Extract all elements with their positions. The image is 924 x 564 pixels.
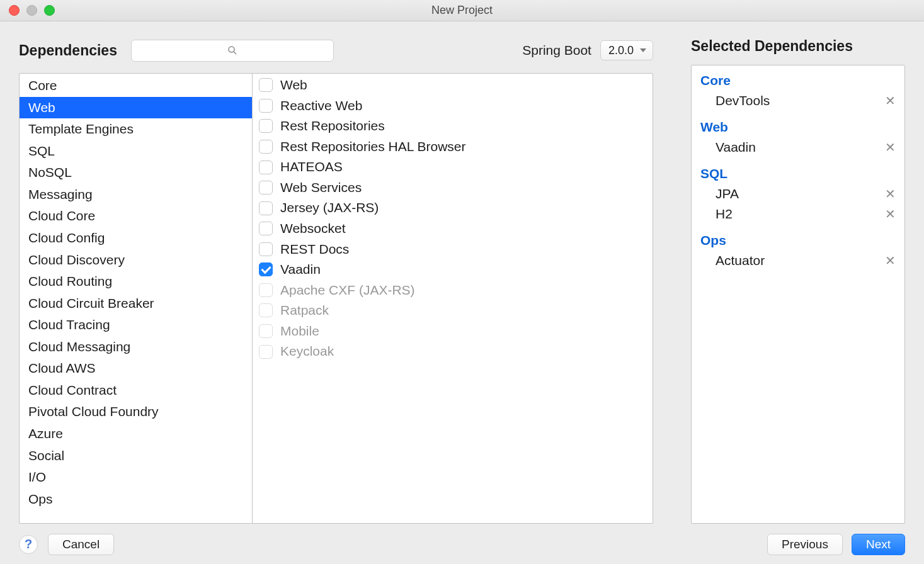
checkbox[interactable] <box>259 201 273 215</box>
category-item[interactable]: Cloud Circuit Breaker <box>20 293 252 315</box>
checkbox[interactable] <box>259 78 273 92</box>
option-item[interactable]: Reactive Web <box>253 96 653 116</box>
option-label: Mobile <box>280 324 319 339</box>
option-item[interactable]: Rest Repositories <box>253 116 653 137</box>
selected-group-header: Core <box>699 70 898 91</box>
category-item[interactable]: Cloud Core <box>20 205 252 227</box>
option-list[interactable]: WebReactive WebRest RepositoriesRest Rep… <box>253 74 653 523</box>
option-item: Ratpack <box>253 300 653 321</box>
category-list[interactable]: CoreWebTemplate EnginesSQLNoSQLMessaging… <box>20 74 253 523</box>
category-item[interactable]: Template Engines <box>20 118 252 140</box>
option-label: Jersey (JAX-RS) <box>280 200 379 216</box>
search-field[interactable] <box>131 40 334 62</box>
selected-item-label: JPA <box>716 186 739 201</box>
category-item[interactable]: Pivotal Cloud Foundry <box>20 401 252 423</box>
selected-item: H2✕ <box>699 204 898 224</box>
option-item[interactable]: Jersey (JAX-RS) <box>253 198 653 218</box>
option-label: Apache CXF (JAX-RS) <box>280 283 415 298</box>
next-button[interactable]: Next <box>852 534 905 555</box>
remove-icon[interactable]: ✕ <box>885 188 896 200</box>
category-item[interactable]: SQL <box>20 140 252 162</box>
selected-dependencies-title: Selected Dependencies <box>691 38 905 55</box>
remove-icon[interactable]: ✕ <box>885 94 896 107</box>
remove-icon[interactable]: ✕ <box>885 208 896 220</box>
selected-group-header: Ops <box>699 230 898 251</box>
remove-icon[interactable]: ✕ <box>885 141 896 154</box>
category-item[interactable]: Social <box>20 445 252 467</box>
selected-group-header: SQL <box>699 164 898 184</box>
option-item[interactable]: Web Services <box>253 178 653 198</box>
selected-item: Vaadin✕ <box>699 137 898 157</box>
option-label: Rest Repositories HAL Browser <box>280 139 466 155</box>
selected-item: JPA✕ <box>699 184 898 204</box>
option-label: Websocket <box>280 221 346 237</box>
search-input[interactable] <box>132 40 333 61</box>
selected-item-label: H2 <box>716 206 733 222</box>
option-item[interactable]: Rest Repositories HAL Browser <box>253 137 653 157</box>
dependencies-label: Dependencies <box>19 42 117 59</box>
checkbox <box>259 283 273 297</box>
category-item[interactable]: Cloud Messaging <box>20 336 252 358</box>
selected-item-label: Actuator <box>716 253 765 268</box>
remove-icon[interactable]: ✕ <box>885 254 896 267</box>
previous-button[interactable]: Previous <box>767 534 843 555</box>
category-item[interactable]: Cloud AWS <box>20 358 252 380</box>
footer: ? Cancel Previous Next <box>0 524 924 564</box>
selected-item: DevTools✕ <box>699 91 898 111</box>
option-item[interactable]: Web <box>253 75 653 96</box>
option-item[interactable]: Vaadin <box>253 259 653 280</box>
option-label: Web <box>280 77 307 93</box>
spring-boot-version-select[interactable]: 2.0.0 <box>600 40 653 60</box>
option-item[interactable]: HATEOAS <box>253 157 653 178</box>
category-item[interactable]: Cloud Tracing <box>20 314 252 336</box>
selected-item-label: DevTools <box>716 93 770 108</box>
selected-item: Actuator✕ <box>699 251 898 271</box>
checkbox[interactable] <box>259 119 273 133</box>
option-item[interactable]: Websocket <box>253 218 653 239</box>
checkbox <box>259 345 273 359</box>
category-item[interactable]: Messaging <box>20 184 252 206</box>
titlebar: New Project <box>0 0 924 21</box>
category-item[interactable]: Core <box>20 75 252 97</box>
category-item[interactable]: Azure <box>20 423 252 445</box>
category-item[interactable]: Ops <box>20 488 252 510</box>
checkbox[interactable] <box>259 181 273 195</box>
checkbox[interactable] <box>259 161 273 174</box>
checkbox[interactable] <box>259 140 273 154</box>
selected-dependencies-panel: CoreDevTools✕WebVaadin✕SQLJPA✕H2✕OpsActu… <box>691 65 905 524</box>
window-title: New Project <box>0 4 924 17</box>
option-item: Keycloak <box>253 341 653 362</box>
category-item[interactable]: Cloud Routing <box>20 271 252 293</box>
cancel-button[interactable]: Cancel <box>48 534 114 555</box>
option-label: HATEOAS <box>280 159 343 175</box>
category-item[interactable]: NoSQL <box>20 162 252 184</box>
option-label: Reactive Web <box>280 98 362 114</box>
category-item[interactable]: I/O <box>20 466 252 488</box>
category-item[interactable]: Web <box>20 97 252 119</box>
option-label: REST Docs <box>280 242 349 257</box>
option-label: Keycloak <box>280 344 334 359</box>
category-item[interactable]: Cloud Discovery <box>20 249 252 271</box>
checkbox[interactable] <box>259 262 273 276</box>
option-label: Web Services <box>280 180 362 196</box>
category-item[interactable]: Cloud Config <box>20 227 252 249</box>
spring-boot-label: Spring Boot <box>522 43 591 58</box>
checkbox[interactable] <box>259 222 273 235</box>
option-label: Ratpack <box>280 303 329 319</box>
category-item[interactable]: Cloud Contract <box>20 380 252 402</box>
selected-group-header: Web <box>699 117 898 137</box>
option-label: Vaadin <box>280 262 321 278</box>
option-item[interactable]: REST Docs <box>253 239 653 260</box>
selected-item-label: Vaadin <box>716 140 756 155</box>
checkbox <box>259 303 273 317</box>
option-label: Rest Repositories <box>280 118 385 134</box>
help-button[interactable]: ? <box>19 535 38 554</box>
checkbox[interactable] <box>259 242 273 256</box>
option-item: Apache CXF (JAX-RS) <box>253 280 653 301</box>
checkbox[interactable] <box>259 99 273 113</box>
spring-boot-version-value: 2.0.0 <box>608 44 634 57</box>
option-item: Mobile <box>253 321 653 342</box>
checkbox <box>259 324 273 338</box>
header-row: Dependencies Spring Boot 2.0.0 <box>19 35 653 65</box>
